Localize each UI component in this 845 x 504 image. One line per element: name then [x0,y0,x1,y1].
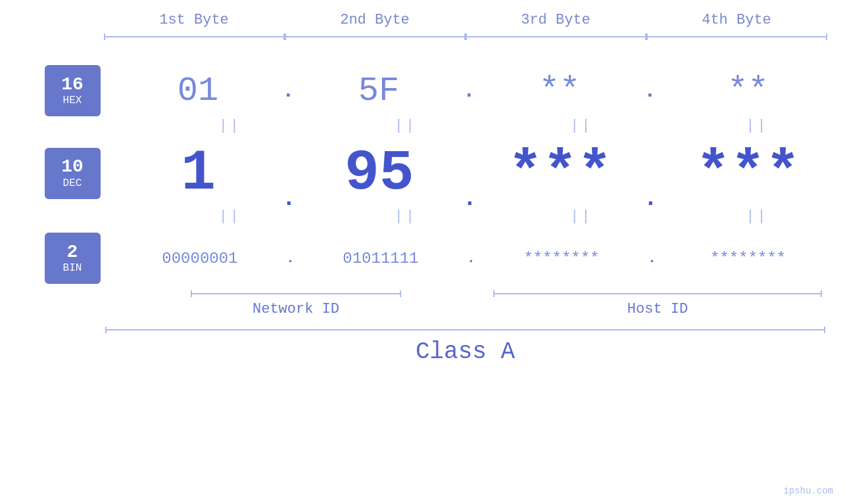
dec-byte-4-cell: *** [658,141,838,206]
network-id-section: Network ID [115,290,477,317]
class-bracket-right [824,327,825,333]
dec-dot-1: . [281,185,296,212]
watermark: ipshu.com [783,486,833,496]
dec-dot-2: . [462,185,477,212]
byte-headers: 1st Byte 2nd Byte 3rd Byte 4th Byte [0,12,845,28]
bin-byte-3: ******** [477,250,646,267]
equals-sym-1-4: || [669,118,845,134]
bin-dot-1: . [286,250,295,267]
host-id-section: Host ID [477,290,838,317]
content-area: 16 HEX 01 . 5F . ** . ** || [0,53,845,284]
byte-header-4: 4th Byte [646,12,827,28]
bin-badge-cell: 2 BIN [30,233,115,284]
hex-dot-2: . [463,79,475,103]
equals-sym-2-4: || [669,208,845,225]
bracket-4 [646,34,827,40]
byte-header-3: 3rd Byte [466,12,646,28]
hex-badge-cell: 16 HEX [30,65,115,116]
dec-byte-2: 95 [296,141,462,206]
byte-header-2: 2nd Byte [285,12,466,28]
dec-badge-label: DEC [63,177,82,189]
hex-byte-3-cell: ** . [477,72,658,110]
main-container: 1st Byte 2nd Byte 3rd Byte 4th Byte [0,0,845,504]
dec-byte-4: *** [658,141,838,206]
bin-row: 2 BIN 00000001 . 01011111 . ******** . *… [30,233,845,284]
hex-byte-1-cell: 01 . [115,72,296,110]
bracket-1 [104,34,285,40]
dec-byte-1: 1 [115,141,281,206]
bracket-2 [285,34,466,40]
class-section: Class A [0,327,845,365]
bin-dot-3: . [648,250,656,267]
bin-dot-2: . [467,250,475,267]
bin-byte-4-cell: ******** [658,250,838,267]
bin-byte-1-cell: 00000001 . [115,250,296,267]
network-id-label: Network ID [253,301,339,317]
class-bracket [105,327,825,333]
bin-badge-label: BIN [63,262,82,274]
equals-sym-1-1: || [142,118,318,134]
host-bracket-right-tick [821,290,822,297]
dec-byte-2-cell: 95 . [296,141,477,206]
dec-row: 10 DEC 1 . 95 . *** . *** [30,141,845,206]
hex-dot-1: . [282,79,295,103]
dec-badge: 10 DEC [45,148,101,199]
equals-spacer-2 [59,208,142,225]
hex-badge: 16 HEX [45,65,101,116]
hex-byte-2: 5F [296,72,462,110]
bin-byte-3-cell: ******** . [477,250,658,267]
dec-byte-3-cell: *** . [477,141,658,206]
header-bracket-row [0,34,845,40]
hex-byte-4: ** [658,72,838,110]
hex-byte-4-cell: ** [658,72,838,110]
network-bracket-right-tick [400,290,401,297]
hex-dot-3: . [644,79,656,103]
equals-spacer-1 [59,118,142,134]
class-label: Class A [416,338,515,365]
bin-byte-2: 01011111 [296,250,466,267]
dec-dot-3: . [643,185,658,212]
dec-byte-1-cell: 1 . [115,141,296,206]
hex-byte-1: 01 [115,72,281,110]
equals-row-1: || || || || [30,118,845,134]
hex-row: 16 HEX 01 . 5F . ** . ** [30,65,845,116]
bottom-bracket-area: Network ID Host ID [0,290,845,317]
bracket-3 [466,34,646,40]
byte-header-1: 1st Byte [104,12,285,28]
dec-byte-3: *** [477,141,643,206]
dec-badge-cell: 10 DEC [30,148,115,199]
host-bracket-line [495,293,821,294]
hex-byte-3: ** [477,72,642,110]
bin-byte-2-cell: 01011111 . [296,250,477,267]
hex-badge-number: 16 [61,75,84,95]
hex-badge-label: HEX [63,95,82,106]
bin-byte-4: ******** [658,250,838,267]
bin-badge: 2 BIN [45,233,101,284]
equals-sym-1-3: || [494,118,669,134]
bin-badge-number: 2 [67,242,78,263]
host-id-label: Host ID [627,301,688,317]
bin-byte-1: 00000001 [115,250,285,267]
class-bracket-line [107,329,824,331]
network-bracket-line [192,293,400,294]
dec-badge-number: 10 [61,157,84,177]
hex-byte-2-cell: 5F . [296,72,477,110]
host-id-bracket [493,290,822,297]
equals-row-2: || || || || [30,208,845,225]
equals-sym-1-2: || [318,118,493,134]
network-id-bracket [191,290,401,297]
